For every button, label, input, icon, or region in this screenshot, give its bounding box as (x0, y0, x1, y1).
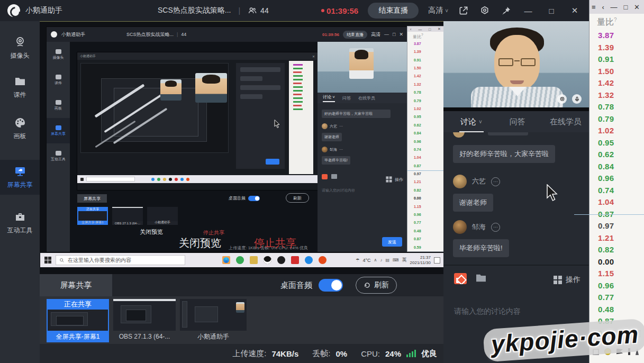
chat-bubble: 好的老师辛苦啦，大家辛苦啦 (453, 145, 555, 163)
toolbox-icon (14, 211, 26, 223)
maximize-icon[interactable]: □ (623, 3, 628, 11)
desktop-audio-toggle[interactable] (319, 279, 343, 292)
app-icon (291, 256, 299, 264)
thumbnail-caption: OBS 27.1.3 (64-... (113, 331, 176, 342)
viewers-icon (248, 6, 257, 15)
mirrored-stock-titlebar: ‹—□✕ (407, 26, 443, 32)
search-icon (59, 258, 65, 263)
volume-ratio-value: 0.77 (407, 219, 443, 226)
volume-ratio-value: 0.91 (407, 56, 443, 63)
volume-ratio-value: 1.32 (589, 89, 644, 101)
volume-ratio-value: 1.39 (589, 41, 644, 53)
share-source-obs[interactable]: OBS 27.1.3 (64-... (113, 299, 176, 342)
cpu-label: CPU: (361, 349, 380, 358)
share-source-assistant[interactable]: 小鹅通助手 (180, 299, 247, 342)
minimize-icon[interactable]: — (611, 3, 618, 11)
volume-ratio-value: 0.84 (407, 129, 443, 137)
right-panel: 讨论 ˅ 问答 在线学员 好的老师辛苦啦，大家辛苦啦 六艺 ⋯ 谢谢老师 邹海 … (443, 21, 589, 363)
folder-icon[interactable] (475, 273, 487, 283)
mirrored-right-panel: 讨论 ˅ 问答 在线学员 好的老师辛苦啦，大家辛苦啦 六艺⋯ 谢谢老师 邹海⋯ … (318, 42, 407, 252)
avatar (453, 220, 467, 234)
pin-icon (501, 6, 511, 16)
volume-ratio-value: 1.50 (407, 64, 443, 72)
close-button[interactable]: ✕ (568, 6, 582, 15)
volume-ratio-list: 3.871.390.911.501.421.320.780.791.020.95… (589, 28, 644, 339)
tab-qa[interactable]: 问答 (510, 111, 525, 132)
mirrored-stock-header: 量比? (407, 32, 443, 40)
share-source-list: 正在共享 全屏共享-屏幕1 OBS 27.1.3 (64-... 小鹅通助手 (40, 296, 443, 344)
taskbar-app-icons (222, 256, 326, 264)
mirrored-audio-toggle (248, 196, 260, 201)
menu-icon[interactable]: ≡ (592, 3, 596, 11)
settings-button[interactable] (479, 5, 491, 16)
tab-screen-share[interactable]: 屏幕共享 (40, 274, 112, 296)
dropped-frames-label: 丢帧: (312, 349, 330, 359)
end-live-button[interactable]: 结束直播 (368, 3, 419, 19)
minimize-button[interactable]: — (521, 6, 535, 15)
upload-speed-label: 上传速度: (232, 349, 266, 359)
chat-bubble-fragment (488, 132, 528, 135)
volume-ratio-value: 0.62 (589, 148, 644, 160)
close-preview-button[interactable]: 关闭预览 (179, 236, 221, 250)
nested-close-preview: 关闭预览 (140, 228, 163, 236)
quality-select[interactable]: 高清 ˅ (428, 6, 448, 15)
session-title: SCS热点股实战策略... (158, 6, 231, 15)
actions-button[interactable]: 操作 (554, 275, 580, 285)
refresh-button[interactable]: 刷新 (356, 277, 397, 294)
share-source-screen1[interactable]: 正在共享 全屏共享-屏幕1 (47, 299, 109, 342)
stream-status-bar: 上传速度: 74KB/s 丢帧: 0% CPU: 24% 优良 (40, 344, 443, 363)
help-icon[interactable]: ? (614, 17, 617, 23)
sidebar-item-whiteboard[interactable]: 画板 (0, 111, 40, 146)
folder-app-icon (250, 256, 258, 264)
mirrored-desktop-audio: 桌面音频 (229, 195, 260, 201)
camera-toggle-icon[interactable] (557, 94, 567, 104)
red-envelope-icon[interactable] (454, 273, 467, 284)
mirrored-volume-ratio-list: 3.871.390.911.501.421.320.780.791.020.95… (407, 40, 443, 251)
chat-toolbar: 操作 (443, 265, 589, 291)
dropped-frames-value: 0% (335, 349, 347, 358)
chevron-down-icon: ˅ (445, 8, 448, 14)
app-title: 小鹅通助手 (25, 6, 62, 15)
start-button-icon (44, 257, 51, 264)
mirrored-app-window: 小鹅通助手 SCS热点股实战策略... | 44 01:39:56 结束直播 高… (47, 27, 407, 252)
volume-ratio-value: 0.74 (407, 146, 443, 153)
ime-indicator: 英 (402, 257, 407, 264)
volume-ratio-value: 3.87 (407, 40, 443, 48)
close-icon[interactable]: ✕ (634, 3, 640, 11)
volume-ratio-value: 0.96 (407, 137, 443, 145)
volume-ratio-value: 0.95 (589, 137, 644, 149)
mirrored-chat-bubble: 谢谢老师 (322, 133, 342, 141)
nested-window-cascade (80, 63, 229, 153)
tab-discussion[interactable]: 讨论 ˅ (460, 111, 482, 132)
network-quality: 优良 (421, 349, 437, 359)
chat-input[interactable]: 请输入您的讨论内容 (454, 307, 576, 316)
app-icon (319, 256, 326, 264)
sharing-banner: 正在共享 (47, 299, 109, 310)
volume-ratio-value: 0.97 (589, 220, 644, 232)
app-logo-icon (7, 4, 20, 17)
back-icon[interactable]: ‹ (602, 3, 604, 11)
share-button[interactable] (458, 5, 469, 16)
volume-ratio-value: 0.77 (589, 291, 644, 303)
chat-tabs: 讨论 ˅ 问答 在线学员 (443, 111, 589, 132)
chevron-down-icon: ˅ (479, 119, 482, 125)
screen-share-preview[interactable]: 小鹅通助手 SCS热点股实战策略... | 44 01:39:56 结束直播 高… (40, 21, 443, 274)
volume-ratio-value: 1.02 (589, 124, 644, 137)
live-timer: 01:39:56 (321, 6, 358, 15)
sidebar-item-interactive-tools[interactable]: 互动工具 (0, 205, 40, 240)
volume-ratio-value: 0.59 (407, 243, 443, 251)
sidebar-item-camera[interactable]: 摄像头 (0, 31, 40, 66)
viewer-count: 44 (248, 6, 269, 15)
mirrored-end-live-button: 结束直播 (343, 31, 367, 39)
maximize-button[interactable]: □ (545, 6, 558, 15)
stop-share-button[interactable]: 停止共享 (254, 236, 296, 250)
chat-bubble: 毕老师辛苦啦! (453, 239, 509, 257)
sidebar-item-courseware[interactable]: 课件 (0, 70, 40, 105)
mic-toggle-icon[interactable] (572, 94, 582, 104)
chat-message-list[interactable]: 好的老师辛苦啦，大家辛苦啦 六艺 ⋯ 谢谢老师 邹海 ⋯ 毕老师辛苦啦! (443, 132, 589, 265)
mirrored-thumbnails: 正在共享全屏共享-屏幕1 OBS 27.1.3 (64-... 小鹅通助手 (77, 207, 178, 225)
sidebar-item-screen-share[interactable]: 屏幕共享 (0, 160, 40, 195)
pin-button[interactable] (500, 5, 512, 16)
volume-ratio-value: 0.91 (589, 53, 644, 65)
tab-online-students[interactable]: 在线学员 (550, 111, 582, 132)
